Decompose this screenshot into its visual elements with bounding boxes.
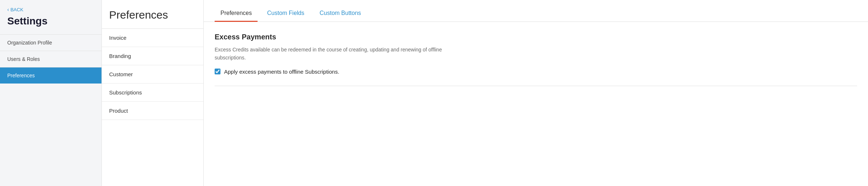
- left-sidebar: ‹ BACK Settings Organization Profile Use…: [0, 0, 102, 186]
- section-title: Excess Payments: [215, 33, 857, 41]
- content-area: Excess Payments Excess Credits available…: [204, 22, 868, 186]
- middle-nav: Invoice Branding Customer Subscriptions …: [102, 29, 203, 120]
- middle-panel-title: Preferences: [102, 9, 203, 29]
- divider: [215, 86, 857, 86]
- sidebar-item-users-roles[interactable]: Users & Roles: [0, 51, 101, 67]
- middle-nav-subscriptions[interactable]: Subscriptions: [102, 84, 203, 102]
- page-title: Settings: [0, 14, 101, 34]
- back-label: BACK: [11, 7, 23, 12]
- middle-panel: Preferences Invoice Branding Customer Su…: [102, 0, 204, 186]
- middle-nav-product[interactable]: Product: [102, 102, 203, 120]
- tab-preferences[interactable]: Preferences: [215, 5, 258, 22]
- checkbox-label[interactable]: Apply excess payments to offline Subscri…: [224, 69, 339, 75]
- middle-nav-invoice[interactable]: Invoice: [102, 29, 203, 47]
- sidebar-item-preferences[interactable]: Preferences: [0, 67, 101, 84]
- middle-nav-branding[interactable]: Branding: [102, 47, 203, 65]
- checkbox-row: Apply excess payments to offline Subscri…: [215, 69, 857, 75]
- tab-custom-buttons[interactable]: Custom Buttons: [314, 5, 367, 22]
- section-description: Excess Credits available can be redeemed…: [215, 46, 469, 62]
- tab-custom-fields[interactable]: Custom Fields: [261, 5, 310, 22]
- main-content: Preferences Custom Fields Custom Buttons…: [204, 0, 868, 186]
- sidebar-nav: Organization Profile Users & Roles Prefe…: [0, 34, 101, 186]
- excess-payments-checkbox[interactable]: [215, 69, 220, 74]
- tabs-bar: Preferences Custom Fields Custom Buttons: [204, 0, 868, 22]
- back-link[interactable]: ‹ BACK: [0, 0, 101, 14]
- middle-nav-customer[interactable]: Customer: [102, 65, 203, 84]
- chevron-left-icon: ‹: [7, 7, 9, 12]
- sidebar-item-org-profile[interactable]: Organization Profile: [0, 34, 101, 51]
